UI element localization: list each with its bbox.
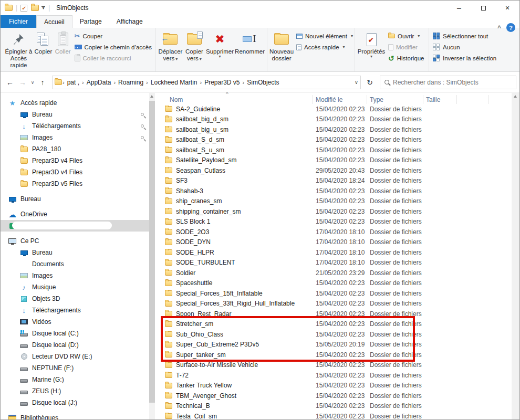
close-button[interactable]: × — [495, 1, 519, 15]
file-row[interactable]: SODE_DYN17/04/2020 18:10Dossier de fichi… — [162, 237, 512, 248]
breadcrumb-item[interactable]: SimObjects — [245, 79, 281, 86]
new-item-button[interactable]: Nouvel élément ▾ — [294, 30, 355, 41]
file-row[interactable]: Super_tanker_sm15/04/2020 02:23Dossier d… — [162, 350, 512, 360]
minimize-button[interactable]: – — [447, 1, 471, 15]
recent-locations-icon[interactable]: ∨ — [29, 80, 36, 85]
scroll-up-icon[interactable] — [514, 95, 517, 98]
file-row[interactable]: ship_cranes_sm15/04/2020 02:23Dossier de… — [162, 196, 512, 207]
file-row[interactable]: Super_Cub_Extreme2 P3Dv515/05/2020 20:19… — [162, 340, 512, 350]
column-header-name[interactable]: Nom — [162, 95, 313, 104]
tab-accueil[interactable]: Accueil — [36, 15, 72, 28]
tab-partage[interactable]: Partage — [72, 15, 109, 28]
file-row[interactable]: Special_Forces_33ft_Rigid_Hull_Inflatabl… — [162, 299, 512, 309]
select-none-button[interactable]: Aucun — [431, 41, 498, 52]
select-all-button[interactable]: Sélectionner tout — [431, 30, 498, 41]
breadcrumb-item[interactable]: AppData — [85, 79, 113, 86]
sidebar-item-lecteur-dvd-rw-e[interactable]: Lecteur DVD RW (E:) — [1, 351, 149, 362]
file-row[interactable]: sailboat_big_d_sm15/04/2020 02:23Dossier… — [162, 114, 512, 125]
file-row[interactable]: SODE_TURBULENT17/04/2020 18:10Dossier de… — [162, 258, 512, 268]
sidebar-item-prepar3d-v5-files[interactable]: Prepar3D v5 Files — [1, 178, 149, 190]
breadcrumb-item[interactable]: Roaming — [116, 79, 145, 86]
file-row[interactable]: Special_Forces_15ft_Inflatable15/04/2020… — [162, 288, 512, 299]
tab-fichier[interactable]: Fichier — [1, 15, 36, 28]
sidebar-item-biblioth-ques[interactable]: Bibliothèques — [1, 412, 149, 419]
sidebar-item-disque-local-j[interactable]: Disque local (J:) — [1, 397, 149, 408]
column-header-type[interactable]: Type — [367, 95, 423, 104]
sidebar-item-bureau[interactable]: Bureau — [1, 247, 149, 258]
properties-button[interactable]: ✔ Propriétés ▾ — [357, 29, 386, 58]
file-row[interactable]: Sub_Ohio_Class15/04/2020 02:23Dossier de… — [162, 329, 512, 340]
file-row[interactable]: Technical_B15/04/2020 02:23Dossier de fi… — [162, 401, 512, 412]
forward-button[interactable]: → — [16, 78, 29, 87]
open-button[interactable]: Ouvrir ▾ — [386, 30, 427, 41]
easy-access-button[interactable]: Accès rapide ▾ — [294, 41, 355, 52]
sidebar-item-musique[interactable]: ♪Musique — [1, 281, 149, 293]
invert-selection-button[interactable]: Inverser la sélection — [431, 52, 498, 64]
sidebar-item-t-l-chargements[interactable]: ↓Téléchargements — [1, 304, 149, 316]
file-row[interactable]: Shahab-315/04/2020 02:23Dossier de fichi… — [162, 186, 512, 196]
sidebar-item-disque-local-d[interactable]: Disque local (D:) — [1, 339, 149, 351]
history-button[interactable]: ↺ Historique — [386, 52, 427, 64]
sidebar-item-prepar3d-v4-files[interactable]: Prepar3D v4 Files — [1, 166, 149, 178]
sidebar-item-zeus-h[interactable]: ZEUS (H:) — [1, 385, 149, 397]
rename-button[interactable]: I Renommer — [235, 29, 265, 55]
file-row[interactable]: Satellite_Payload_sm15/04/2020 02:23Doss… — [162, 155, 512, 166]
file-row[interactable]: Soldier21/05/2020 23:29Dossier de fichie… — [162, 268, 512, 278]
file-row[interactable]: SODE_HLPR17/04/2020 18:10Dossier de fich… — [162, 247, 512, 258]
file-row[interactable]: Seaspan_Cutlass29/05/2020 20:43Dossier d… — [162, 165, 512, 176]
file-row[interactable]: SA-2_Guideline15/04/2020 02:23Dossier de… — [162, 104, 512, 114]
sidebar-item-pa28-180[interactable]: PA28_180 — [1, 143, 149, 155]
move-to-button[interactable]: ← Déplacer vers▾ — [158, 29, 183, 62]
sidebar-item-censored[interactable] — [1, 220, 149, 232]
file-row[interactable]: Tesla_Coil_sm15/04/2020 02:23Dossier de … — [162, 411, 512, 420]
maximize-button[interactable] — [471, 1, 495, 15]
new-folder-button[interactable]: Nouveau dossier — [269, 29, 294, 62]
sidebar-item-marine-g[interactable]: Marine (G:) — [1, 374, 149, 385]
sidebar-item-t-l-chargements[interactable]: ↓Téléchargements — [1, 120, 149, 132]
delete-button[interactable]: ✖ Supprimer ▾ — [206, 29, 234, 58]
search-box[interactable]: Rechercher dans : SimObjects — [380, 76, 516, 89]
file-row[interactable]: Stretcher_sm15/04/2020 02:23Dossier de f… — [162, 319, 512, 330]
breadcrumb-item[interactable]: Lockheed Martin — [149, 79, 200, 86]
quick-access-newfolder-icon[interactable] — [31, 5, 39, 11]
file-row[interactable]: sailboat_S_d_sm15/04/2020 02:23Dossier d… — [162, 135, 512, 145]
customize-toolbar-icon[interactable]: ▾ — [41, 6, 45, 9]
address-box[interactable]: ›pat ,›AppData›Roaming›Lockheed Martin›P… — [52, 76, 361, 89]
file-row[interactable]: T-7215/04/2020 02:23Dossier de fichiers — [162, 370, 512, 381]
file-row[interactable]: Surface-to-Air Missile Vehicle15/04/2020… — [162, 360, 512, 371]
sidebar-item-objets-3d[interactable]: Objets 3D — [1, 293, 149, 304]
sidebar-item-bureau[interactable]: Bureau — [1, 109, 149, 120]
file-row[interactable]: SLS Block 115/04/2020 02:23Dossier de fi… — [162, 217, 512, 227]
sidebar-scrollbar-thumb[interactable] — [149, 101, 155, 403]
quick-access-properties-icon[interactable]: ✔ — [20, 5, 27, 12]
sidebar-item-documents[interactable]: Documents — [1, 258, 149, 270]
copy-to-button[interactable]: Copier vers▾ — [184, 29, 205, 62]
file-row[interactable]: sailboat_S_u_sm15/04/2020 02:23Dossier d… — [162, 145, 512, 155]
paste-shortcut-button[interactable]: Coller le raccourci — [72, 52, 154, 64]
address-dropdown-icon[interactable]: ∨ — [355, 79, 358, 85]
file-row[interactable]: shipping_container_sm15/04/2020 02:23Dos… — [162, 206, 512, 217]
back-button[interactable]: ← — [4, 78, 16, 87]
breadcrumb-item[interactable]: pat , — [65, 79, 81, 86]
cut-button[interactable]: ✂ Couper — [72, 30, 154, 41]
tab-affichage[interactable]: Affichage — [109, 15, 150, 28]
refresh-icon[interactable]: ↻ — [363, 76, 377, 89]
file-row[interactable]: TBM_Avenger_Ghost15/04/2020 02:23Dossier… — [162, 391, 512, 401]
pin-quick-access-button[interactable]: Épingler à Accès rapide — [5, 29, 33, 69]
list-scrollbar[interactable] — [512, 93, 519, 419]
file-row[interactable]: Tanker Truck Yellow15/04/2020 02:23Dossi… — [162, 381, 512, 391]
sidebar-item-vid-os[interactable]: Vidéos — [1, 316, 149, 328]
edit-button[interactable]: Modifier — [386, 41, 427, 52]
column-header-size[interactable]: Taille — [423, 95, 457, 104]
sidebar-item-ce-pc[interactable]: Ce PC — [1, 235, 149, 247]
copy-button[interactable]: Copier — [34, 29, 53, 55]
file-row[interactable]: SODE_2O317/04/2020 18:10Dossier de fichi… — [162, 227, 512, 237]
sidebar-item-images[interactable]: Images — [1, 270, 149, 281]
copy-path-button[interactable]: Copier le chemin d’accès — [72, 41, 154, 52]
sidebar-item-images[interactable]: Images — [1, 132, 149, 143]
column-header-modified[interactable]: Modifié le — [313, 95, 367, 104]
sidebar-item-bureau[interactable]: Bureau — [1, 193, 149, 205]
sidebar-item-acc-s-rapide[interactable]: ★Accès rapide — [1, 97, 149, 109]
breadcrumb-item[interactable]: Prepar3D v5 — [202, 79, 242, 86]
file-row[interactable]: Spoon_Rest_Radar15/04/2020 02:23Dossier … — [162, 309, 512, 319]
